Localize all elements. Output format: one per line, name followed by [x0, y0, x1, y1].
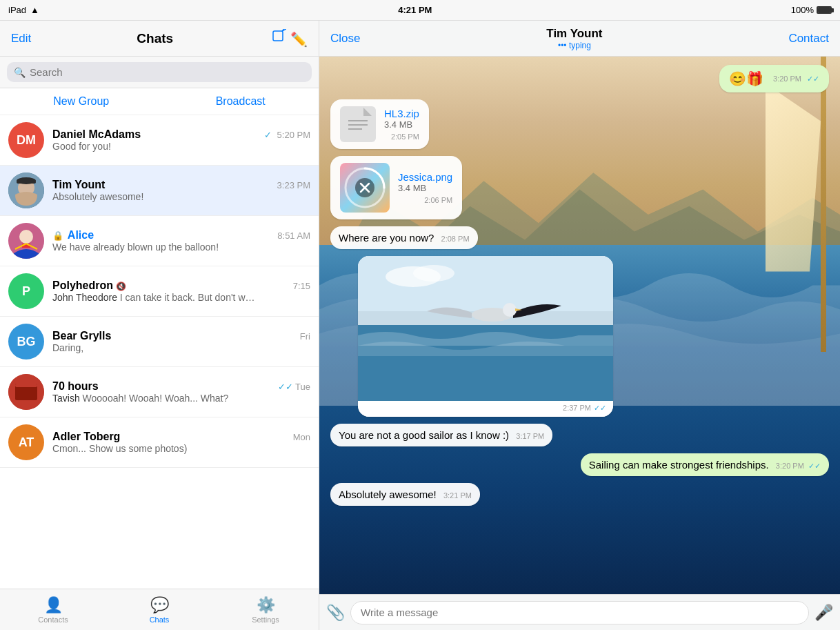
chat-info-alice: 🔒 Alice 8:51 AM We have already blown up… [52, 229, 310, 253]
chat-name-tim: Tim Yount [52, 179, 105, 191]
avatar-bear: BG [8, 324, 44, 360]
chat-item-tim[interactable]: Tim Yount 3:23 PM Absolutely awesome! [0, 166, 319, 216]
seagull-time-area: 2:37 PM ✓✓ [358, 401, 613, 417]
status-bar: iPad ▲ 4:21 PM 100% [0, 0, 840, 21]
compose-button[interactable]: ✏️ [271, 29, 308, 48]
bubble-content-6: You are not a good sailor as I know :) [339, 429, 509, 441]
bubble-time-6: 3:17 PM [516, 432, 544, 440]
tab-chats[interactable]: 💬 Chats [106, 596, 212, 624]
msg-row-text4: Where are you now? 2:08 PM [330, 226, 829, 249]
bubble-content-8: Absolutely awesome! [339, 489, 437, 500]
chat-item-70hours[interactable]: 70 hours ✓✓ Tue Tavish Wooooah! Wooah! W… [0, 367, 319, 417]
chat-time-bear: Fri [300, 331, 310, 342]
msg-row-emoji: 😊🎁 3:20 PM ✓✓ [330, 65, 829, 92]
bubble-text7: Sailing can make strongest friendships. … [581, 453, 829, 476]
check-icon-1: ✓✓ [807, 75, 819, 83]
attach-button[interactable]: 📎 [326, 604, 345, 622]
msg-row-file1: HL3.zip 3.4 MB 2:05 PM [330, 99, 829, 149]
file-time-1: 2:05 PM [384, 132, 419, 141]
chat-item-alice[interactable]: 🔒 Alice 8:51 AM We have already blown up… [0, 216, 319, 266]
svg-rect-0 [273, 31, 283, 41]
chat-item-polyhedron[interactable]: P Polyhedron 🔇 7:15 John Theodore I can … [0, 266, 319, 317]
contact-name-header: Tim Yount [546, 27, 602, 41]
chat-preview-alice: We have already blown up the balloon! [52, 242, 259, 253]
avatar-adler: AT [8, 424, 44, 460]
avatar-alice [8, 223, 44, 259]
settings-icon: ⚙️ [257, 596, 275, 614]
chat-info-adler: Adler Toberg Mon Cmon... Show us some ph… [52, 431, 310, 454]
right-panel: Close Tim Yount ••• typing Contact [319, 21, 840, 630]
chat-messages: 😊🎁 3:20 PM ✓✓ [319, 57, 840, 594]
bubble-time-4: 2:08 PM [441, 235, 470, 243]
chats-icon: 💬 [150, 596, 169, 614]
msg-row-text8: Absolutely awesome! 3:21 PM [330, 483, 829, 506]
chat-name-bear: Bear Grylls [52, 330, 111, 342]
avatar-70hours [8, 374, 44, 410]
chat-time-polyhedron: 7:15 [293, 281, 310, 291]
close-button[interactable]: Close [330, 32, 360, 46]
status-left: iPad ▲ [8, 5, 39, 15]
status-time: 4:21 PM [398, 5, 432, 15]
contacts-icon: 👤 [44, 596, 63, 614]
bubble-file2: Jessica.png 3.4 MB 2:06 PM [330, 156, 462, 219]
svg-rect-17 [348, 124, 368, 126]
edit-button[interactable]: Edit [11, 32, 39, 46]
chat-item-daniel[interactable]: DM Daniel McAdams ✓ 5:20 PM Good for you… [0, 115, 319, 166]
check-icon: ✓ [264, 130, 272, 140]
new-group-button[interactable]: New Group [53, 95, 109, 108]
battery-label: 100% [791, 5, 814, 15]
file-name-1: HL3.zip [384, 108, 419, 119]
svg-rect-12 [15, 384, 37, 387]
chat-preview-polyhedron: John Theodore I can take it back. But do… [52, 292, 259, 303]
file-size-1: 3.4 MB [384, 119, 419, 130]
chat-preview-adler: Cmon... Show us some photos) [52, 443, 259, 454]
bubble-text4: Where are you now? 2:08 PM [330, 226, 478, 249]
broadcast-button[interactable]: Broadcast [216, 95, 266, 108]
chat-preview-tim: Absolutely awesome! [52, 191, 259, 202]
main-layout: Edit Chats ✏️ 🔍 New Group Broadcast [0, 21, 840, 630]
chats-header: Edit Chats ✏️ [0, 21, 319, 57]
tab-contacts[interactable]: 👤 Contacts [0, 596, 106, 624]
img-thumb-2 [340, 163, 390, 213]
chat-item-bear[interactable]: BG Bear Grylls Fri Daring, [0, 317, 319, 367]
msg-row-file2: Jessica.png 3.4 MB 2:06 PM [330, 156, 829, 219]
bubble-text8: Absolutely awesome! 3:21 PM [330, 483, 480, 506]
bubble-img5: 2:37 PM ✓✓ [358, 256, 613, 417]
search-container: 🔍 [0, 57, 319, 88]
chat-name-alice: 🔒 Alice [52, 229, 94, 242]
chat-list: DM Daniel McAdams ✓ 5:20 PM Good for you… [0, 115, 319, 589]
file-thumb-1 [340, 106, 376, 142]
chat-info-daniel: Daniel McAdams ✓ 5:20 PM Good for you! [52, 128, 310, 152]
chat-item-adler[interactable]: AT Adler Toberg Mon Cmon... Show us some… [0, 417, 319, 468]
search-bar: 🔍 [7, 62, 312, 82]
bubble-file1: HL3.zip 3.4 MB 2:05 PM [330, 99, 429, 149]
message-input[interactable] [350, 601, 809, 624]
contact-button[interactable]: Contact [788, 32, 829, 46]
msg-row-text6: You are not a good sailor as I know :) 3… [330, 424, 829, 446]
msg-row-img5: 2:37 PM ✓✓ [358, 256, 840, 417]
file-info-1: HL3.zip 3.4 MB 2:05 PM [384, 108, 419, 141]
bubble-content-4: Where are you now? [339, 232, 434, 244]
bubble-emoji: 😊🎁 3:20 PM ✓✓ [719, 65, 829, 92]
tab-contacts-label: Contacts [38, 616, 68, 624]
svg-point-8 [19, 230, 33, 244]
tab-settings[interactable]: ⚙️ Settings [212, 596, 319, 624]
emoji-content: 😊🎁 [729, 70, 763, 87]
mic-button[interactable]: 🎤 [814, 604, 833, 622]
file-size-2: 3.4 MB [398, 183, 452, 193]
bubble-time-1: 3:20 PM [773, 75, 801, 83]
bubble-time-8: 3:21 PM [443, 491, 472, 500]
search-input[interactable] [30, 66, 305, 78]
status-right: 100% [791, 5, 832, 15]
chat-name-70hours: 70 hours [52, 380, 99, 393]
file-name-2: Jessica.png [398, 171, 452, 183]
seagull-time: 2:37 PM [563, 404, 591, 413]
chat-time-adler: Mon [293, 432, 310, 442]
tab-bar: 👤 Contacts 💬 Chats ⚙️ Settings [0, 589, 319, 630]
chat-info-bear: Bear Grylls Fri Daring, [52, 330, 310, 353]
battery-icon [817, 6, 832, 14]
svg-point-26 [413, 265, 454, 282]
msg-row-text7: Sailing can make strongest friendships. … [330, 453, 829, 476]
tab-settings-label: Settings [252, 616, 279, 624]
chat-preview-bear: Daring, [52, 342, 259, 353]
